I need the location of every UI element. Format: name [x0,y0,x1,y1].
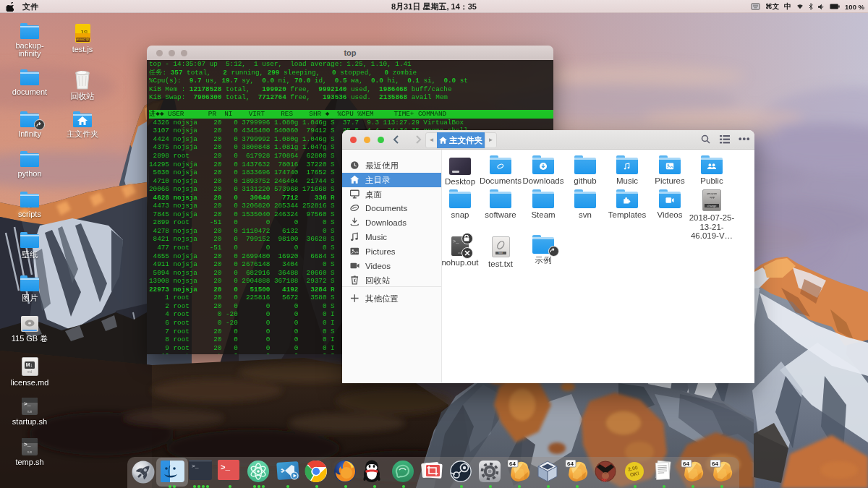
svg-text:>_: >_ [192,463,199,469]
svg-text:64: 64 [712,461,718,467]
svg-text:64: 64 [509,461,516,467]
svg-text:64: 64 [567,461,574,467]
svg-text:64: 64 [683,461,689,467]
svg-text:58:: 58: [602,478,608,482]
svg-text:>_: >_ [221,463,231,472]
